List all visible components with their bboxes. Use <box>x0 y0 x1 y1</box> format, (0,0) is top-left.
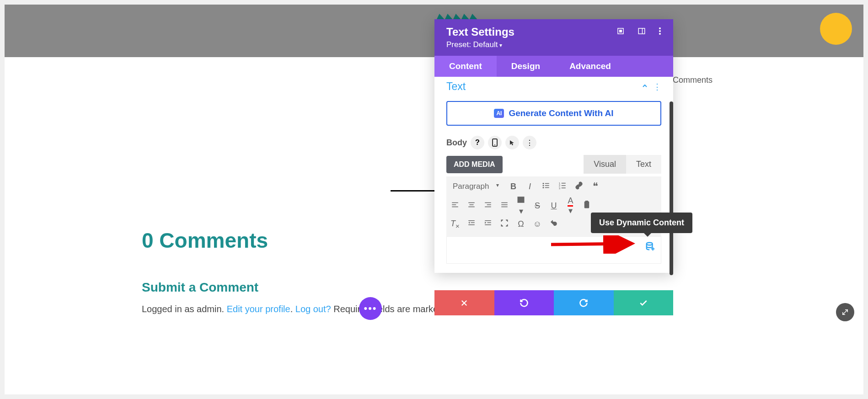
svg-point-13 <box>543 187 544 188</box>
svg-line-54 <box>843 310 848 315</box>
more-options-icon[interactable] <box>659 27 661 37</box>
add-media-button[interactable]: ADD MEDIA <box>446 156 503 173</box>
align-right-icon[interactable] <box>483 201 493 211</box>
bullet-list-icon[interactable] <box>541 181 551 192</box>
svg-rect-21 <box>452 202 458 203</box>
svg-rect-30 <box>501 202 508 203</box>
svg-rect-28 <box>487 204 491 205</box>
undo-icon[interactable] <box>549 219 559 229</box>
undo-button[interactable] <box>494 290 554 315</box>
svg-point-9 <box>543 183 544 184</box>
svg-rect-45 <box>485 224 491 225</box>
fullscreen-icon[interactable] <box>499 219 509 229</box>
outdent-icon[interactable] <box>466 219 477 229</box>
svg-rect-32 <box>501 207 508 207</box>
decorative-circle <box>820 13 852 45</box>
expand-icon[interactable] <box>616 27 625 37</box>
svg-rect-2 <box>638 28 645 34</box>
editor-tab-visual[interactable]: Visual <box>584 155 626 174</box>
svg-point-47 <box>647 242 653 245</box>
tab-content[interactable]: Content <box>434 56 497 77</box>
svg-rect-40 <box>471 223 475 223</box>
svg-marker-46 <box>485 222 486 224</box>
svg-point-5 <box>659 30 661 32</box>
svg-rect-41 <box>468 224 475 225</box>
emoji-icon[interactable]: ☺ <box>532 219 542 229</box>
editor-tab-text[interactable]: Text <box>626 155 661 174</box>
strikethrough-icon[interactable]: S <box>532 201 542 211</box>
quote-icon[interactable]: ❝ <box>590 181 600 192</box>
svg-rect-12 <box>545 185 549 186</box>
paste-text-icon[interactable]: T <box>582 201 592 211</box>
bold-icon[interactable]: B <box>508 182 518 192</box>
expand-corner-button[interactable] <box>836 303 854 321</box>
save-button[interactable] <box>614 290 674 315</box>
panel-scrollbar[interactable] <box>670 101 673 275</box>
annotation-arrow <box>549 235 640 254</box>
svg-point-8 <box>494 144 495 145</box>
panel-action-bar <box>434 290 673 315</box>
svg-rect-10 <box>545 183 549 184</box>
logout-link[interactable]: Log out? <box>295 304 331 314</box>
svg-rect-1 <box>620 30 622 32</box>
tab-design[interactable]: Design <box>497 56 555 77</box>
ai-badge-icon: AI <box>494 109 504 118</box>
generate-ai-button[interactable]: AI Generate Content With AI <box>446 101 661 126</box>
svg-rect-14 <box>545 187 549 188</box>
special-char-icon[interactable]: Ω <box>516 219 526 229</box>
redo-button[interactable] <box>554 290 614 315</box>
numbered-list-icon[interactable]: 123 <box>557 181 568 192</box>
table-icon[interactable]: ▾ <box>516 196 526 216</box>
align-justify-icon[interactable] <box>499 201 509 211</box>
responsive-icon[interactable] <box>488 136 502 149</box>
align-center-icon[interactable] <box>466 201 477 211</box>
svg-rect-26 <box>468 207 475 207</box>
align-left-icon[interactable] <box>450 201 460 211</box>
svg-rect-22 <box>452 204 456 205</box>
clear-format-icon[interactable]: T× <box>450 219 460 230</box>
svg-rect-16 <box>562 183 566 184</box>
svg-rect-25 <box>470 204 474 205</box>
panel-header: Text Settings Preset: Default <box>434 19 673 56</box>
italic-icon[interactable]: I <box>525 182 535 192</box>
svg-rect-43 <box>485 220 491 221</box>
svg-marker-42 <box>468 222 470 224</box>
hover-icon[interactable] <box>505 136 519 149</box>
preset-dropdown[interactable]: Preset: Default <box>446 40 661 49</box>
text-color-icon[interactable]: A ▾ <box>565 196 575 216</box>
paragraph-select[interactable]: Paragraph <box>450 180 502 193</box>
svg-rect-20 <box>562 187 566 188</box>
svg-line-51 <box>551 244 629 245</box>
svg-rect-31 <box>501 204 508 205</box>
edit-profile-link[interactable]: Edit your profile <box>227 304 290 314</box>
settings-tabs: Content Design Advanced <box>434 56 673 77</box>
dynamic-content-icon[interactable] <box>645 241 655 253</box>
collapse-section-icon[interactable] <box>641 82 648 91</box>
panel-title: Text Settings <box>446 26 514 38</box>
indent-icon[interactable] <box>483 219 493 229</box>
svg-rect-29 <box>485 207 491 207</box>
section-title-text: Text <box>446 80 466 93</box>
svg-rect-23 <box>452 207 458 207</box>
link-icon[interactable] <box>574 181 584 192</box>
body-more-icon[interactable]: ⋮ <box>523 136 536 149</box>
svg-point-4 <box>659 27 661 29</box>
dynamic-content-tooltip: Use Dynamic Content <box>591 213 692 233</box>
tab-advanced[interactable]: Advanced <box>555 56 626 77</box>
svg-rect-44 <box>488 223 491 223</box>
page-header-background <box>5 5 863 57</box>
help-icon[interactable]: ? <box>471 136 484 149</box>
sidebar-toggle-icon[interactable] <box>638 27 646 37</box>
section-more-icon[interactable]: ⋮ <box>653 82 661 92</box>
svg-rect-24 <box>468 202 475 203</box>
svg-point-11 <box>543 185 544 186</box>
svg-text:T: T <box>586 203 588 207</box>
body-label: Body <box>446 138 467 148</box>
svg-point-6 <box>659 33 661 35</box>
svg-text:3: 3 <box>559 186 561 189</box>
underline-icon[interactable]: U <box>549 201 559 211</box>
text-settings-panel: Text Settings Preset: Default Content De… <box>434 19 673 273</box>
builder-fab-button[interactable]: ••• <box>359 297 382 320</box>
svg-rect-39 <box>468 220 475 221</box>
discard-button[interactable] <box>434 290 494 315</box>
